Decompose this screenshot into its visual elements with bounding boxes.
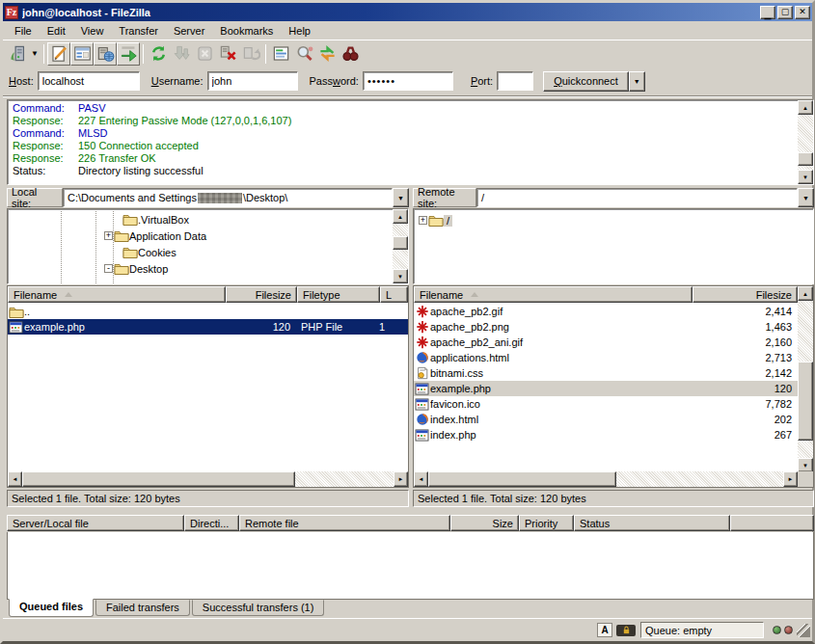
tree-item-application-data[interactable]: + Application Data <box>104 228 391 244</box>
message-log[interactable]: Command:PASV Response:227 Entering Passi… <box>7 99 814 185</box>
local-path[interactable]: C:\Documents and Settings\Desktop\ <box>63 188 393 207</box>
password-input[interactable] <box>363 71 453 91</box>
tab-failed-transfers[interactable]: Failed transfers <box>95 600 190 616</box>
reconnect-button[interactable] <box>239 42 262 66</box>
file-row[interactable]: apache_pb2.png 1,463 <box>414 319 798 335</box>
file-row-example-php[interactable]: example.php 120 PHP File 1 <box>8 319 408 335</box>
file-row[interactable]: bitnami.css 2,142 <box>414 365 798 381</box>
scroll-left-icon[interactable]: ◄ <box>414 471 428 487</box>
column-header-size[interactable]: Size <box>450 515 519 531</box>
menu-edit[interactable]: Edit <box>40 23 73 39</box>
remote-tree[interactable]: + / <box>413 208 814 284</box>
column-header-filename[interactable]: Filename <box>414 286 693 303</box>
site-manager-dropdown[interactable]: ▼ <box>29 42 41 66</box>
filter-button[interactable] <box>269 42 292 66</box>
column-header-filetype[interactable]: Filetype <box>297 286 380 303</box>
refresh-button[interactable] <box>147 42 170 66</box>
local-file-list[interactable]: Filename Filesize Filetype L .. example.… <box>7 285 409 488</box>
synchronized-browsing-button[interactable] <box>315 42 339 66</box>
file-row[interactable]: index.php 267 <box>414 427 798 443</box>
tree-item-cookies[interactable]: Cookies <box>104 244 391 260</box>
file-row[interactable]: apache_pb2_ani.gif 2,160 <box>414 335 798 350</box>
username-input[interactable] <box>207 71 298 91</box>
toggle-queue-button[interactable] <box>117 42 140 66</box>
scroll-thumb[interactable] <box>22 471 295 487</box>
column-header-server-local-file[interactable]: Server/Local file <box>7 515 184 531</box>
file-row-selected[interactable]: example.php 120 <box>414 381 798 396</box>
process-queue-button[interactable] <box>170 42 193 66</box>
minimize-button[interactable]: ▁ <box>760 6 775 19</box>
transfer-type-icon[interactable]: A <box>597 623 612 637</box>
quickconnect-button[interactable]: Quickconnect <box>543 71 629 92</box>
scroll-right-icon[interactable]: ► <box>394 471 408 487</box>
combo-dropdown-icon[interactable]: ▼ <box>798 188 814 207</box>
encryption-lock-icon[interactable] <box>616 625 636 636</box>
scroll-thumb[interactable] <box>393 236 408 250</box>
local-hscrollbar[interactable]: ◄ ► <box>8 471 408 487</box>
remote-vscrollbar[interactable]: ▲ ▼ <box>798 286 813 472</box>
scroll-left-icon[interactable]: ◄ <box>8 471 22 487</box>
file-row[interactable]: apache_pb2.gif 2,414 <box>414 304 798 319</box>
scroll-thumb[interactable] <box>798 152 813 166</box>
column-header-direction[interactable]: Directi... <box>184 515 239 531</box>
disconnect-button[interactable] <box>216 42 239 66</box>
site-manager-button[interactable] <box>6 42 29 66</box>
remote-file-list[interactable]: Filename Filesize apache_pb2.gif 2,414 a… <box>413 285 814 488</box>
remote-site-combo[interactable]: / ▼ <box>476 188 814 207</box>
scroll-up-icon[interactable]: ▲ <box>393 209 408 224</box>
title-bar[interactable]: Fz john@localhost - FileZilla ▁ ▢ ✕ <box>3 3 812 21</box>
tab-successful-transfers[interactable]: Successful transfers (1) <box>192 600 325 616</box>
scroll-up-icon[interactable]: ▲ <box>798 286 813 301</box>
queue-list[interactable] <box>7 532 814 600</box>
local-site-combo[interactable]: C:\Documents and Settings\Desktop\ ▼ <box>63 188 409 207</box>
cancel-button[interactable] <box>193 42 216 66</box>
column-header-status[interactable]: Status <box>574 515 730 531</box>
column-header-remote-file[interactable]: Remote file <box>239 515 450 531</box>
scroll-down-icon[interactable]: ▼ <box>798 458 813 472</box>
host-input[interactable] <box>38 71 140 91</box>
column-header-filesize[interactable]: Filesize <box>693 286 798 303</box>
scroll-down-icon[interactable]: ▼ <box>798 170 813 184</box>
close-button[interactable]: ✕ <box>795 6 810 19</box>
local-tree[interactable]: .VirtualBox + Application Data Cookies -… <box>7 208 409 284</box>
menu-help[interactable]: Help <box>281 23 318 39</box>
tree-item-desktop[interactable]: - Desktop <box>104 260 391 277</box>
column-header-filename[interactable]: Filename <box>8 286 226 303</box>
expand-icon[interactable]: + <box>419 216 427 225</box>
menu-server[interactable]: Server <box>166 23 212 39</box>
local-tree-vscrollbar[interactable]: ▲ ▼ <box>393 209 408 283</box>
remote-hscrollbar[interactable]: ◄ ► <box>414 471 798 487</box>
combo-dropdown-icon[interactable]: ▼ <box>393 188 409 207</box>
scroll-down-icon[interactable]: ▼ <box>393 269 408 283</box>
column-header-priority[interactable]: Priority <box>519 515 574 531</box>
tree-item-root[interactable]: + / <box>414 212 813 228</box>
remote-path[interactable]: / <box>476 188 798 207</box>
scroll-thumb[interactable] <box>798 362 813 441</box>
file-row[interactable]: index.html 202 <box>414 412 798 427</box>
maximize-button[interactable]: ▢ <box>777 6 793 19</box>
resize-grip[interactable] <box>797 624 810 637</box>
port-input[interactable] <box>497 71 533 91</box>
menu-file[interactable]: File <box>7 23 40 39</box>
log-vscrollbar[interactable]: ▲ ▼ <box>798 100 813 184</box>
column-header-lastmodified[interactable]: L <box>380 286 408 303</box>
directory-comparison-button[interactable] <box>292 42 315 66</box>
quickconnect-dropdown[interactable]: ▼ <box>629 71 645 92</box>
file-row[interactable]: applications.html 2,713 <box>414 350 798 365</box>
tree-item-virtualbox[interactable]: .VirtualBox <box>104 211 391 228</box>
toggle-message-log-button[interactable] <box>47 42 70 66</box>
toggle-remote-tree-button[interactable] <box>94 42 117 66</box>
expand-icon[interactable]: + <box>104 231 113 240</box>
toggle-local-tree-button[interactable] <box>70 42 94 66</box>
find-files-button[interactable] <box>339 42 362 66</box>
scroll-thumb[interactable] <box>428 471 616 487</box>
menu-view[interactable]: View <box>73 23 112 39</box>
file-row[interactable]: favicon.ico 7,782 <box>414 396 798 412</box>
tab-queued-files[interactable]: Queued files <box>9 599 94 617</box>
file-row-parent-dir[interactable]: .. <box>8 304 408 319</box>
menu-transfer[interactable]: Transfer <box>111 23 166 39</box>
scroll-up-icon[interactable]: ▲ <box>798 100 813 115</box>
scroll-right-icon[interactable]: ► <box>783 471 798 487</box>
column-header-filesize[interactable]: Filesize <box>226 286 297 303</box>
menu-bookmarks[interactable]: Bookmarks <box>212 23 281 39</box>
